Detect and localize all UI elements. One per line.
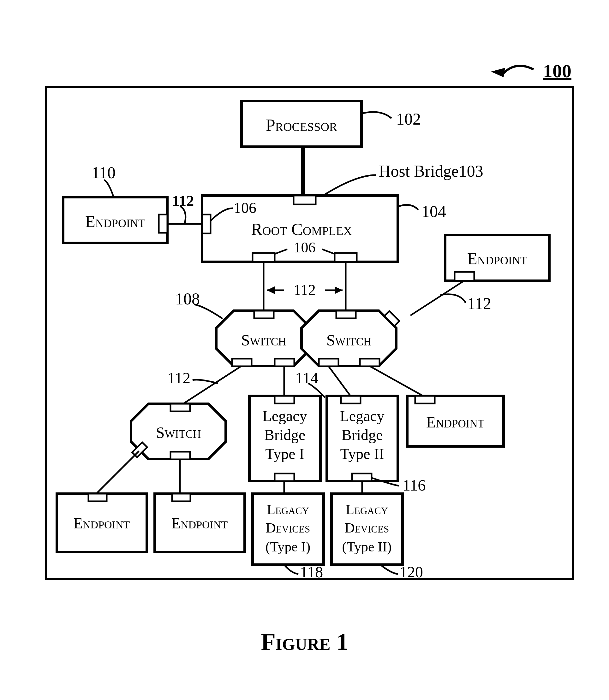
label-102: 102 [362, 110, 421, 128]
endpoint-text-tr: Endpoint [467, 250, 527, 268]
switch-left: Switch [216, 311, 311, 366]
label-112-leftmid: 112 [167, 369, 218, 387]
lb2-l2: Bridge [342, 427, 383, 443]
endpoint-text-rm: Endpoint [426, 413, 484, 431]
text-hostbridge103: Host Bridge103 [379, 162, 483, 180]
label-100: 100 [491, 60, 571, 82]
svg-rect-5 [253, 253, 275, 262]
ld1-l3: (Type I) [265, 539, 310, 555]
svg-rect-16 [254, 311, 274, 318]
svg-rect-39 [172, 494, 190, 501]
lb1-l3: Type I [265, 445, 304, 462]
lb1-l2: Bridge [264, 427, 306, 443]
ld1-l1: Legacy [267, 502, 309, 517]
svg-rect-25 [171, 404, 190, 411]
label-114: 114 [295, 369, 325, 397]
legacy-bridge-2: Legacy Bridge Type II [327, 396, 398, 481]
svg-rect-33 [352, 473, 371, 481]
switch-bottom: Switch [131, 404, 226, 459]
svg-rect-17 [232, 359, 251, 366]
label-112-mid: 112 [267, 281, 343, 298]
lb2-l3: Type II [340, 445, 384, 462]
text-112-mid: 112 [294, 281, 316, 298]
label-110: 110 [91, 164, 116, 197]
svg-rect-4 [202, 215, 211, 233]
svg-rect-6 [335, 253, 357, 262]
text-106-mid: 106 [294, 239, 316, 255]
text-120: 120 [399, 563, 423, 581]
switch-left-text: Switch [241, 331, 286, 349]
processor-box: Processor [242, 101, 362, 147]
switch-right: Switch [301, 311, 399, 366]
text-102: 102 [396, 110, 421, 128]
svg-rect-26 [171, 452, 190, 459]
ld2-l3: (Type II) [342, 539, 392, 555]
label-104: 104 [398, 202, 446, 220]
text-114: 114 [295, 369, 318, 387]
endpoint-box-topright: Endpoint [445, 235, 549, 281]
link-swB-epBL [96, 451, 139, 494]
endpoint-box-rightmid: Endpoint [407, 396, 504, 446]
link-swL-swB [183, 366, 242, 404]
figure-diagram: 100 Processor 102 Host Bridge103 Root Co… [0, 0, 609, 700]
text-100: 100 [543, 60, 571, 82]
legacy-devices-1: Legacy Devices (Type I) [253, 494, 324, 565]
svg-marker-14 [335, 286, 343, 294]
text-112-tl: 112 [172, 193, 194, 209]
svg-rect-32 [341, 396, 361, 403]
svg-rect-30 [275, 473, 294, 481]
svg-rect-37 [88, 494, 107, 501]
ld2-l1: Legacy [346, 502, 388, 517]
svg-rect-23 [360, 359, 380, 366]
svg-rect-10 [455, 272, 474, 281]
endpoint-box-bl: Endpoint [57, 494, 147, 552]
text-112-leftmid: 112 [167, 369, 190, 387]
svg-rect-20 [336, 311, 356, 318]
endpoint-box-topleft: Endpoint [63, 197, 167, 243]
ld1-l2: Devices [266, 520, 310, 536]
svg-rect-3 [294, 196, 316, 204]
text-112-right: 112 [467, 294, 491, 312]
label-112-tl: 112 [172, 193, 194, 223]
legacy-bridge-1: Legacy Bridge Type I [249, 396, 320, 481]
endpoint-text-bm: Endpoint [171, 515, 228, 532]
text-108: 108 [175, 290, 200, 308]
figure-caption: Figure 1 [261, 628, 348, 655]
link-tr-endpoint-switchR [411, 281, 464, 316]
link-swR-epR [369, 366, 423, 396]
text-118: 118 [300, 563, 323, 581]
processor-text: Processor [266, 116, 337, 135]
text-104: 104 [421, 202, 446, 220]
svg-rect-29 [275, 396, 294, 403]
endpoint-text-bl: Endpoint [73, 515, 130, 532]
svg-rect-18 [275, 359, 294, 366]
text-106-left: 106 [233, 199, 256, 216]
legacy-devices-2: Legacy Devices (Type II) [331, 494, 402, 565]
lb2-l1: Legacy [340, 408, 384, 424]
root-complex-text: Root Complex [251, 220, 352, 239]
svg-rect-8 [159, 215, 167, 233]
text-116: 116 [402, 476, 425, 494]
svg-marker-12 [267, 286, 275, 294]
link-swR-lb2 [328, 366, 350, 396]
endpoint-text-tl: Endpoint [85, 213, 145, 231]
endpoint-box-bm: Endpoint [155, 494, 245, 552]
svg-rect-35 [415, 396, 435, 403]
ld2-l2: Devices [345, 520, 389, 536]
switch-bottom-text: Switch [156, 424, 201, 441]
svg-rect-22 [319, 359, 338, 366]
label-112-right: 112 [440, 294, 491, 312]
lb1-l1: Legacy [262, 408, 307, 424]
label-108: 108 [175, 290, 223, 319]
switch-right-text: Switch [327, 331, 371, 349]
text-110: 110 [91, 164, 116, 182]
